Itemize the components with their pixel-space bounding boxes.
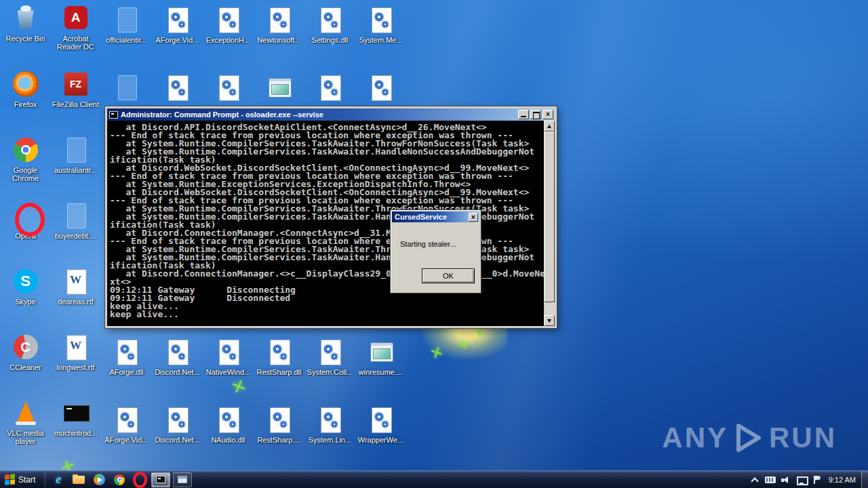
desktop-icon[interactable]: officialentir...: [101, 1, 152, 67]
chevron-up-icon[interactable]: [749, 474, 761, 486]
desktop-icon[interactable]: deareas.rtf: [50, 263, 101, 329]
chrome-small-icon[interactable]: [109, 472, 130, 488]
watermark-run: RUN: [769, 422, 837, 454]
media-player-icon[interactable]: [89, 472, 109, 488]
desktop-icon[interactable]: Recycle Bin: [0, 0, 51, 66]
taskbar-separator: [45, 473, 45, 487]
minimize-button[interactable]: [518, 110, 529, 119]
dialog-title-bar[interactable]: CursedService ×: [392, 211, 479, 222]
desktop-icon[interactable]: AForge.Vid...: [152, 1, 203, 67]
desktop-icon-label: deareas.rtf: [52, 298, 100, 306]
taskbar-task-button[interactable]: [173, 472, 192, 487]
window-app-icon: [265, 73, 294, 102]
command-prompt-window[interactable]: Administrator: Command Prompt - osloader…: [105, 106, 557, 328]
word-doc-icon: [62, 333, 90, 361]
desktop-icon-row-bottom: AForge.Vid... Discord.Net... NAudio.dll …: [101, 401, 406, 467]
desktop-icon[interactable]: muchintrod...: [50, 394, 101, 460]
desktop-icon[interactable]: Skype: [0, 263, 51, 329]
dialog-close-button[interactable]: ×: [469, 213, 478, 222]
dll-gear-icon: [367, 5, 395, 34]
ok-button[interactable]: OK: [422, 268, 475, 283]
desktop-icon[interactable]: australiantr...: [50, 131, 101, 197]
desktop-icon-label: RestSharp....: [256, 436, 303, 444]
dll-gear-icon: [163, 73, 192, 102]
desktop-icon-label: Skype: [2, 298, 50, 306]
desktop-icon-label: NativeWind...: [205, 368, 252, 376]
dll-gear-icon: [316, 5, 344, 34]
dll-gear-icon: [113, 338, 141, 366]
dll-gear-icon: [214, 338, 243, 366]
desktop-icon-label: System.Me...: [357, 36, 405, 44]
task-buttons: [150, 472, 193, 487]
desktop-icon[interactable]: AForge.dll: [101, 333, 152, 399]
internet-explorer-icon[interactable]: [48, 472, 68, 488]
desktop-icon-label: AForge.dll: [103, 368, 151, 376]
dll-gear-icon: [163, 5, 192, 34]
scroll-up-button[interactable]: [544, 121, 555, 131]
desktop-icon-label: Firefox: [2, 100, 50, 108]
desktop-icon[interactable]: Discord.Net...: [152, 333, 203, 399]
desktop-icon-label: AForge.Vid...: [154, 36, 201, 44]
dll-gear-icon: [214, 5, 243, 34]
maximize-button[interactable]: [530, 110, 541, 119]
desktop-icon[interactable]: NAudio.dll: [203, 401, 254, 467]
desktop-icon[interactable]: AForge.Vid...: [101, 401, 152, 467]
quick-launch: [48, 472, 150, 488]
desktop-icon-label: System.Lin...: [307, 436, 354, 444]
desktop-icon-column-2: Acrobat Reader DC FileZilla Client austr…: [50, 0, 101, 460]
windows-explorer-icon[interactable]: [68, 472, 89, 488]
cursed-service-dialog[interactable]: CursedService × Starting stealer... OK: [391, 210, 481, 293]
desktop-icon[interactable]: System.Me...: [355, 1, 406, 67]
desktop-icon[interactable]: Discord.Net...: [152, 401, 203, 467]
dll-gear-icon: [265, 405, 294, 434]
desktop-icon-row-third: AForge.dll Discord.Net... NativeWind... …: [101, 333, 406, 399]
desktop-icon[interactable]: WrapperWe...: [355, 401, 406, 467]
desktop-icon[interactable]: System.Coll...: [304, 333, 355, 399]
desktop-icon[interactable]: System.Lin...: [304, 401, 355, 467]
network-icon[interactable]: [795, 474, 808, 486]
faint-icon: [113, 5, 141, 34]
desktop-icon[interactable]: Opera: [0, 197, 51, 263]
desktop-icon[interactable]: RestSharp.dll: [254, 333, 304, 399]
taskbar: Start 9:12 AM: [0, 470, 868, 488]
desktop-icon[interactable]: Google Chrome: [0, 131, 51, 197]
scroll-down-button[interactable]: [544, 315, 555, 326]
desktop-icon[interactable]: winresume....: [355, 333, 406, 399]
show-desktop-button[interactable]: [861, 471, 868, 488]
desktop-icon[interactable]: Settings.dll: [304, 1, 355, 67]
wallpaper-sparkle: [458, 339, 469, 349]
vertical-scrollbar[interactable]: [544, 121, 555, 326]
desktop-icon[interactable]: FileZilla Client: [50, 66, 101, 131]
desktop-icon[interactable]: RestSharp....: [254, 401, 304, 467]
dll-gear-icon: [367, 405, 395, 434]
window-controls: ×: [518, 110, 553, 119]
dll-gear-icon: [265, 338, 294, 366]
clock[interactable]: 9:12 AM: [826, 476, 861, 484]
taskbar-task-button[interactable]: [151, 472, 170, 487]
close-button[interactable]: ×: [542, 110, 553, 119]
console-line: keep alive...: [110, 310, 544, 319]
desktop-icon[interactable]: ExceptionH...: [203, 1, 254, 67]
desktop-icon[interactable]: Acrobat Reader DC: [50, 0, 101, 66]
desktop-icon[interactable]: VLC media player: [0, 394, 51, 460]
desktop-icon-label: longwest.rtf: [52, 363, 100, 371]
desktop-icon-label: officialentir...: [103, 36, 151, 44]
action-flag-icon[interactable]: [811, 474, 823, 486]
scroll-thumb[interactable]: [544, 131, 555, 302]
desktop-icon-label: muchintrod...: [52, 429, 100, 437]
desktop-icon[interactable]: buyerdebt....: [50, 197, 101, 263]
keyboard-icon[interactable]: [764, 474, 776, 486]
desktop-icon[interactable]: NativeWind...: [203, 333, 254, 399]
firefox-icon: [12, 70, 40, 98]
desktop-icon-label: Google Chrome: [2, 166, 50, 182]
opera-small-icon[interactable]: [130, 472, 150, 488]
start-button[interactable]: Start: [0, 471, 42, 488]
desktop-icon-label: NAudio.dll: [205, 436, 252, 444]
dll-gear-icon: [316, 405, 344, 434]
window-title-bar[interactable]: Administrator: Command Prompt - osloader…: [107, 108, 555, 121]
desktop-icon[interactable]: Newtonsoft...: [254, 1, 304, 67]
desktop-icon[interactable]: Firefox: [0, 66, 51, 131]
volume-icon[interactable]: [780, 474, 792, 486]
desktop-icon[interactable]: CCleaner: [0, 329, 51, 394]
desktop-icon[interactable]: longwest.rtf: [50, 329, 101, 394]
